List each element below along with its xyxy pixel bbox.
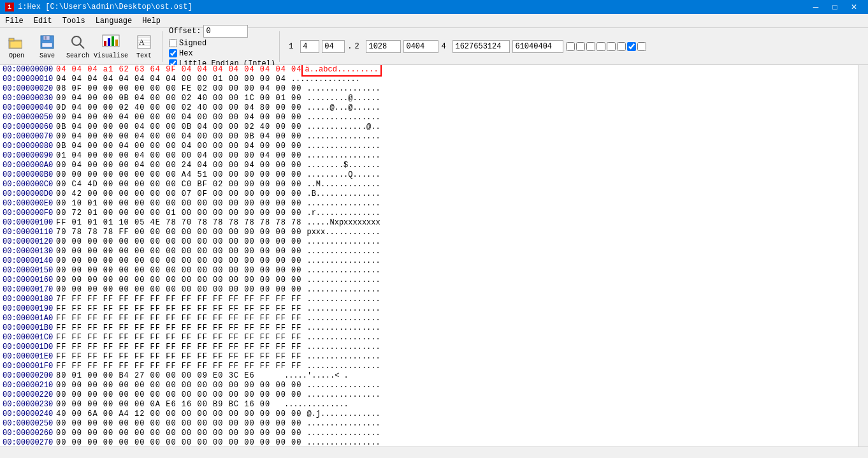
save-button[interactable]: Save (33, 31, 61, 63)
signed-checkbox-label[interactable]: Signed (169, 39, 206, 48)
hex-row[interactable]: 00:0000020080 01 00 00 B4 27 00 00 00 09… (0, 371, 858, 381)
close-button[interactable]: ✕ (845, 2, 863, 12)
bit-cb-1[interactable] (566, 42, 575, 51)
hex-row[interactable]: 00:000001F0FF FF FF FF FF FF FF FF FF FF… (0, 362, 858, 371)
menu-help[interactable]: Help (137, 15, 166, 27)
svg-line-8 (80, 44, 84, 48)
hex-row[interactable]: 00:000001807F FF FF FF FF FF FF FF FF FF… (0, 295, 858, 304)
hex-ascii: ..M............. (301, 180, 380, 189)
hex-address: 00:000001B0 (0, 323, 56, 333)
info-input-1[interactable] (300, 40, 319, 53)
search-button[interactable]: Search (64, 31, 92, 63)
signed-checkbox[interactable] (169, 39, 177, 47)
hex-row[interactable]: 00:000001C0FF FF FF FF FF FF FF FF FF FF… (0, 333, 858, 343)
hex-address: 00:00000070 (0, 132, 56, 142)
menu-file[interactable]: File (0, 15, 29, 27)
svg-rect-11 (108, 38, 110, 46)
bit-cb-7[interactable] (627, 42, 636, 51)
hex-row[interactable]: 00:000000E000 10 01 00 00 00 00 00 00 00… (0, 199, 858, 209)
window-controls[interactable]: ─ □ ✕ (807, 2, 863, 12)
info-input-4[interactable] (403, 40, 438, 53)
hex-row[interactable]: 00:0000003000 04 00 00 0B 04 00 00 02 40… (0, 94, 858, 103)
hex-row[interactable]: 00:0000027000 00 00 00 00 00 00 00 00 00… (0, 438, 858, 447)
visualise-label: Visualise (94, 52, 128, 59)
hex-row[interactable]: 00:0000015000 00 00 00 00 00 00 00 00 00… (0, 266, 858, 276)
svg-rect-12 (112, 36, 114, 46)
menu-edit[interactable]: Edit (29, 15, 57, 27)
hex-row[interactable]: 00:0000022000 00 00 00 00 00 00 00 00 00… (0, 390, 858, 400)
hex-bytes: 00 00 00 00 00 00 0A E6 16 00 B9 BC 16 0… (56, 400, 279, 410)
visualise-button[interactable]: Visualise (94, 31, 127, 63)
hex-row[interactable]: 00:0000000004 04 04 a1 62 63 64 9F 04 04… (0, 65, 858, 75)
info-input-2[interactable] (322, 40, 345, 53)
hex-row[interactable]: 00:0000025000 00 00 00 00 00 00 00 00 00… (0, 419, 858, 429)
hex-row[interactable]: 00:000000A000 04 00 00 00 04 00 00 24 04… (0, 161, 858, 170)
hex-row[interactable]: 00:000000F000 72 01 00 00 00 00 01 00 00… (0, 209, 858, 218)
hex-row[interactable]: 00:000001A0FF FF FF FF FF FF FF FF FF FF… (0, 314, 858, 323)
hex-address: 00:00000050 (0, 113, 56, 122)
info-input-6[interactable] (512, 40, 563, 53)
hex-checkbox[interactable] (169, 49, 177, 57)
bit-cb-5[interactable] (607, 42, 616, 51)
hex-bytes: 40 00 6A 00 A4 12 00 00 00 00 00 00 00 0… (56, 410, 301, 419)
hex-row[interactable]: 00:0000007000 04 00 00 00 04 00 00 04 00… (0, 132, 858, 142)
hex-address: 00:00000060 (0, 122, 56, 132)
info-section: 1 . 2 4 (289, 40, 646, 53)
hex-row[interactable]: 00:0000024040 00 6A 00 A4 12 00 00 00 00… (0, 410, 858, 419)
hex-row[interactable]: 00:0000016000 00 00 00 00 00 00 00 00 00… (0, 276, 858, 285)
hex-bytes: FF FF FF FF FF FF FF FF FF FF FF FF FF F… (56, 352, 301, 362)
hex-ascii: ................ (301, 295, 380, 304)
hex-row[interactable]: 00:0000017000 00 00 00 00 00 00 00 00 00… (0, 285, 858, 295)
hex-ascii: ................ (301, 266, 380, 276)
hex-address: 00:00000190 (0, 304, 56, 314)
hex-row[interactable]: 00:0000011070 78 78 78 FF 00 00 00 00 00… (0, 228, 858, 237)
menu-tools[interactable]: Tools (57, 15, 90, 27)
title-bar: i i:Hex [C:\Users\admin\Desktop\ost.ost]… (0, 0, 868, 14)
hex-row[interactable]: 00:000000C000 C4 4D 00 00 00 00 00 C0 BF… (0, 180, 858, 189)
hex-row[interactable]: 00:0000012000 00 00 00 00 00 00 00 00 00… (0, 237, 858, 247)
offset-input[interactable] (203, 25, 248, 38)
save-label: Save (40, 52, 55, 59)
hex-row[interactable]: 00:000000400D 04 00 00 02 40 00 00 02 40… (0, 103, 858, 113)
hex-row[interactable]: 00:00000100FF 01 01 01 10 05 4E 78 70 78… (0, 218, 858, 228)
hex-row[interactable]: 00:000001E0FF FF FF FF FF FF FF FF FF FF… (0, 352, 858, 362)
info-n3: 4 (441, 42, 450, 51)
hex-ascii: ................ (301, 438, 380, 447)
hex-row[interactable]: 00:000001D0FF FF FF FF FF FF FF FF FF FF… (0, 343, 858, 352)
hex-row[interactable]: 00:0000014000 00 00 00 00 00 00 00 00 00… (0, 256, 858, 266)
maximize-button[interactable]: □ (826, 2, 844, 12)
scrollbar[interactable] (858, 65, 868, 447)
hex-view[interactable]: 00:0000000004 04 04 a1 62 63 64 9F 04 04… (0, 65, 858, 447)
bit-cb-6[interactable] (617, 42, 626, 51)
hex-row[interactable]: 00:000000B000 00 00 00 00 00 00 00 A4 51… (0, 170, 858, 180)
info-dot: . (347, 42, 352, 51)
hex-row[interactable]: 00:0000002008 0F 00 00 00 00 00 00 FE 02… (0, 84, 858, 94)
hex-row[interactable]: 00:0000021000 00 00 00 00 00 00 00 00 00… (0, 381, 858, 390)
hex-row[interactable]: 00:0000005000 04 00 00 04 00 00 00 04 00… (0, 113, 858, 122)
hex-row[interactable]: 00:0000001004 04 04 04 04 04 04 04 00 00… (0, 75, 858, 84)
open-button[interactable]: Open (3, 31, 31, 63)
hex-row[interactable]: 00:0000023000 00 00 00 00 00 0A E6 16 00… (0, 400, 858, 410)
hex-row[interactable]: 00:000000600B 04 00 00 00 04 00 00 0B 04… (0, 122, 858, 132)
hex-row[interactable]: 00:0000026000 00 00 00 00 00 00 00 00 00… (0, 429, 858, 438)
info-input-3[interactable] (366, 40, 401, 53)
hex-ascii: ................ (301, 237, 380, 247)
hex-checkbox-label[interactable]: Hex (169, 49, 193, 58)
menu-language[interactable]: Language (90, 15, 138, 27)
hex-ascii: pxxx............ (301, 228, 380, 237)
hex-row[interactable]: 00:000000800B 04 00 00 04 00 00 00 04 00… (0, 142, 858, 151)
bit-cb-4[interactable] (597, 42, 605, 51)
hex-ascii: @.j............. (301, 410, 380, 419)
hex-ascii: .............. (279, 400, 349, 410)
bit-cb-2[interactable] (576, 42, 585, 51)
info-input-5[interactable] (452, 40, 510, 53)
hex-row[interactable]: 00:0000009001 04 00 00 00 04 00 00 00 04… (0, 151, 858, 161)
hex-row[interactable]: 00:00000190FF FF FF FF FF FF FF FF FF FF… (0, 304, 858, 314)
hex-row[interactable]: 00:000000D000 42 00 00 00 00 00 00 07 0F… (0, 189, 858, 199)
text-button[interactable]: A Text (130, 31, 158, 63)
hex-row[interactable]: 00:0000013000 00 00 00 00 00 00 00 00 00… (0, 247, 858, 256)
bit-cb-3[interactable] (586, 42, 595, 51)
minimize-button[interactable]: ─ (807, 2, 825, 12)
hex-row[interactable]: 00:000001B0FF FF FF FF FF FF FF FF FF FF… (0, 323, 858, 333)
bit-cb-8[interactable] (637, 42, 646, 51)
